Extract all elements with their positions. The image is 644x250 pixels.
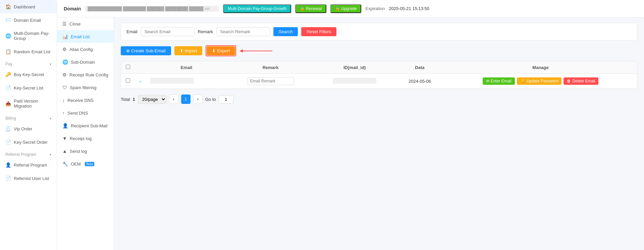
row-checkbox[interactable] <box>126 78 130 83</box>
sub-sidebar-email-list[interactable]: 📊 Email List <box>57 30 114 43</box>
email-table: Email Remark ID(mail_id) Data Manage <box>121 61 637 89</box>
sidebar-item-dashboard[interactable]: 🏠 Dashboard <box>0 0 57 13</box>
sub-sidebar-send-dns[interactable]: ↑ Send DNS <box>57 107 114 119</box>
chevron-down-icon: ▾ <box>50 62 51 66</box>
sub-sidebar-spam[interactable]: 🛡 Spam filtering <box>57 81 114 94</box>
sidebar-item-referred-user[interactable]: 📄 Referred User List <box>0 172 57 185</box>
reset-filters-button[interactable]: Reset Filters <box>301 27 336 36</box>
filter-row: Email Remark Search Reset Filters <box>121 23 637 41</box>
sub-sidebar-sub-domain[interactable]: 🌐 Sub-Domain <box>57 56 114 68</box>
sidebar-item-buy-key-secret[interactable]: 🔑 Buy Key-Secret <box>0 68 57 81</box>
oem-icon: 🔧 <box>62 161 68 167</box>
renewal-badge[interactable]: 🔒 Renewal <box>295 4 326 13</box>
expand-icon: › <box>140 79 141 84</box>
email-masked-value <box>150 78 194 84</box>
domain-value: ████████████ ████████ ██████ ████████ ██… <box>85 6 219 12</box>
export-button[interactable]: ⬇ Export <box>207 46 235 55</box>
sidebar-item-multi-domain[interactable]: 🌐 Multi-Domain Pay-Group <box>0 27 57 45</box>
arrow-line <box>242 51 272 51</box>
update-password-button[interactable]: 🔑 Update Password <box>517 77 562 85</box>
create-sub-email-button[interactable]: ⊕ Create Sub-Email <box>121 46 171 55</box>
sidebar-item-domain-email[interactable]: ✉️ Domain Email <box>0 13 57 27</box>
data-col-header: Data <box>395 61 444 74</box>
prev-page-button[interactable]: ‹ <box>169 95 178 104</box>
enter-icon: ✉ <box>486 79 489 83</box>
page-size-select[interactable]: 20/page 50/page <box>138 95 166 104</box>
email-filter-label: Email <box>126 29 138 34</box>
sidebar-item-key-secret-order[interactable]: 📄 Key-Secret Order <box>0 135 57 149</box>
import-button[interactable]: ⬆ Import <box>174 46 203 55</box>
sidebar-item-vip-order[interactable]: 🧾 Vip Order <box>0 122 57 135</box>
id-col-header: ID(mail_id) <box>314 61 395 74</box>
order-icon: 📄 <box>5 139 11 145</box>
referred-user-icon: 📄 <box>5 176 11 181</box>
select-all-checkbox[interactable] <box>126 65 130 69</box>
select-all-col <box>121 61 135 74</box>
enter-email-button[interactable]: ✉ Enter Email <box>483 77 515 85</box>
next-page-button[interactable]: › <box>193 95 203 104</box>
delete-email-button[interactable]: 🗑 Delete Email <box>564 77 598 85</box>
down-arrow-icon: ↓ <box>62 98 65 103</box>
expiration-label: Expiration <box>365 6 385 11</box>
sidebar-item-paid-version[interactable]: 📤 Paid Version Migration <box>0 95 57 113</box>
import-icon: ⬆ <box>180 48 183 53</box>
sub-sidebar-receive-dns[interactable]: ↓ Receive DNS <box>57 94 114 107</box>
manage-col-header: Manage <box>444 61 637 74</box>
remark-col-header: Remark <box>227 61 314 74</box>
upgrade-badge[interactable]: 🔒 Upgrade <box>330 4 361 13</box>
sidebar-section-billing: Billing ▾ <box>0 113 57 122</box>
id-cell <box>314 74 395 89</box>
email-search-input[interactable] <box>141 27 195 36</box>
sidebar-section-pay: Pay ▾ <box>0 58 57 68</box>
domain-label: Domain <box>64 6 81 11</box>
sidebar-item-referral-program[interactable]: 👤 Referral Program <box>0 158 57 172</box>
expand-col <box>135 61 146 74</box>
sub-sidebar-send-log[interactable]: ▲ Send log <box>57 145 114 158</box>
sidebar: 🏠 Dashboard ✉️ Domain Email 🌐 Multi-Doma… <box>0 0 57 250</box>
email-cell <box>146 74 227 89</box>
arrow-head <box>239 49 243 53</box>
receipt-rule-icon: ⚙ <box>62 72 67 77</box>
remark-cell <box>227 74 314 89</box>
user-icon: 👤 <box>5 162 11 168</box>
manage-cell: ✉ Enter Email 🔑 Update Password 🗑 <box>444 74 637 89</box>
sub-sidebar-oem[interactable]: 🔧 OEM Beta <box>57 158 114 170</box>
row-checkbox-cell <box>121 74 135 89</box>
arrow-annotation <box>242 51 272 51</box>
sub-sidebar-receipt-rule[interactable]: ⚙ Receipt Rule Config <box>57 68 114 81</box>
dashboard-icon: 🏠 <box>5 4 11 9</box>
doc-icon: 📄 <box>5 85 11 90</box>
multi-domain-badge[interactable]: Multi-Domain Pay-Group-Growth <box>223 4 291 13</box>
key-icon: 🔑 <box>5 72 11 77</box>
sub-sidebar-close[interactable]: ☰ Close <box>57 17 114 30</box>
sidebar-item-key-secret-list[interactable]: 📄 Key-Secret List <box>0 81 57 95</box>
sidebar-item-random-email[interactable]: 📋 Random Email List <box>0 45 57 58</box>
goto-label: Go to <box>205 97 216 102</box>
person-icon: 👤 <box>62 123 68 128</box>
search-button[interactable]: Search <box>273 27 298 36</box>
upgrade-icon: 🔒 <box>335 6 340 11</box>
remark-input[interactable] <box>247 77 294 85</box>
date-cell: 2024-05-06 <box>395 74 444 89</box>
sub-sidebar-alias-config[interactable]: ⚙ Alias Config <box>57 43 114 56</box>
remark-filter-label: Remark <box>198 29 213 34</box>
gear-icon: ⚙ <box>62 47 67 52</box>
sub-sidebar: ☰ Close 📊 Email List ⚙ Alias Config 🌐 Su… <box>57 17 114 250</box>
page-1-button[interactable]: 1 <box>181 95 191 104</box>
page-content: Email Remark Search Reset Filters ⊕ Crea… <box>114 17 644 250</box>
up-triangle-icon: ▲ <box>62 148 67 154</box>
subdomain-icon: 🌐 <box>62 59 68 65</box>
key-icon-sm: 🔑 <box>520 79 525 83</box>
email-col-header: Email <box>146 61 227 74</box>
sub-sidebar-receipt-log[interactable]: ▼ Receipt log <box>57 132 114 145</box>
expand-cell[interactable]: › <box>135 74 146 89</box>
sub-sidebar-recipient-sub-mail[interactable]: 👤 Recipient Sub-Mail <box>57 119 114 132</box>
expiration-value: 2025-05-21 15:13:50 <box>389 6 429 11</box>
goto-input[interactable] <box>219 95 233 104</box>
up-arrow-icon: ↑ <box>62 110 65 116</box>
shield-icon: 🛡 <box>62 85 67 90</box>
down-triangle-icon: ▼ <box>62 136 67 141</box>
table-row: › 2024-05-06 <box>121 74 637 89</box>
chevron-down-icon-referral: ▾ <box>50 153 51 157</box>
remark-search-input[interactable] <box>216 27 270 36</box>
